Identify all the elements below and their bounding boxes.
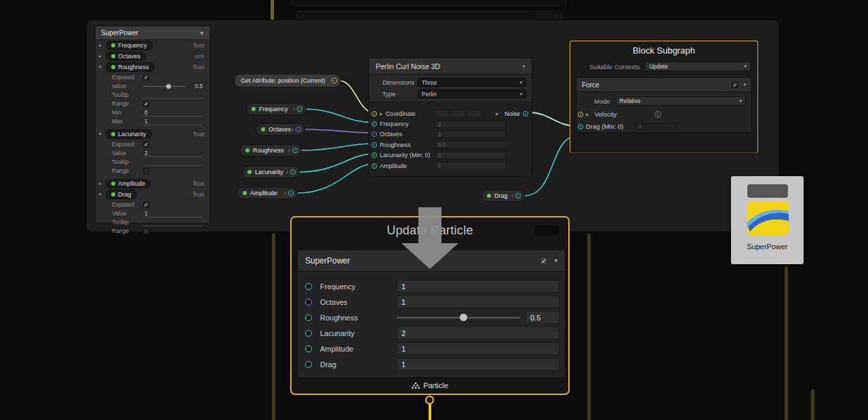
get-attribute-node[interactable]: Get Attribute: position (Current) bbox=[234, 74, 341, 87]
add-property-button[interactable]: + bbox=[199, 28, 204, 38]
chevron-down-icon[interactable]: ▾ bbox=[555, 257, 557, 264]
property-pill[interactable]: Roughness bbox=[106, 62, 155, 72]
blackboard-property-roughness[interactable]: ▾ Roughness float bbox=[96, 62, 210, 72]
input-value-field[interactable]: 1 bbox=[435, 121, 506, 128]
max-field[interactable]: 1 bbox=[143, 118, 203, 125]
drag-value-field[interactable]: 1 bbox=[635, 123, 677, 130]
param-node-frequency[interactable]: Frequency ‹ bbox=[246, 103, 307, 115]
expander-icon[interactable]: ▶ bbox=[380, 111, 383, 116]
param-node-drag[interactable]: Drag ‹ bbox=[481, 190, 525, 202]
output-port[interactable] bbox=[297, 106, 302, 112]
velocity-input-port[interactable] bbox=[578, 112, 583, 117]
output-port[interactable] bbox=[288, 190, 294, 196]
blackboard-property-amplitude[interactable]: ▸ Amplitude float bbox=[96, 178, 210, 189]
input-port[interactable] bbox=[305, 299, 312, 306]
property-pill[interactable]: Amplitude bbox=[106, 179, 151, 188]
roughness-slider[interactable]: 0.5 bbox=[397, 311, 559, 324]
context-flow-port[interactable] bbox=[425, 396, 434, 404]
expander-icon[interactable]: ▾ bbox=[99, 131, 106, 137]
output-port[interactable] bbox=[332, 78, 337, 83]
output-port[interactable] bbox=[290, 169, 296, 175]
expander-icon[interactable]: ▾ bbox=[99, 192, 106, 197]
range-checkbox[interactable] bbox=[143, 168, 149, 174]
param-node-roughness[interactable]: Roughness ‹ bbox=[240, 144, 302, 156]
enabled-checkbox[interactable]: ✓ bbox=[540, 257, 548, 265]
mode-dropdown[interactable]: Relative▾ bbox=[616, 96, 746, 106]
collapse-icon[interactable]: ‹ bbox=[292, 126, 294, 133]
property-pill[interactable]: Frequency bbox=[106, 41, 153, 50]
collapse-icon[interactable]: ‹ bbox=[288, 147, 290, 154]
type-dropdown[interactable]: Perlin▾ bbox=[418, 89, 526, 98]
input-value-field[interactable]: 1 bbox=[435, 131, 506, 138]
coordinate-x-field[interactable] bbox=[435, 110, 449, 117]
param-node-amplitude[interactable]: Amplitude ‹ bbox=[237, 187, 298, 199]
min-field[interactable]: 0 bbox=[143, 109, 203, 117]
expander-icon[interactable]: ▸ bbox=[99, 43, 106, 48]
input-port[interactable] bbox=[305, 330, 312, 337]
output-port[interactable] bbox=[523, 111, 528, 117]
range-checkbox[interactable]: ✓ bbox=[143, 101, 149, 107]
collapse-icon[interactable]: ‹ bbox=[286, 169, 288, 175]
input-port[interactable] bbox=[372, 131, 377, 137]
output-port[interactable] bbox=[296, 127, 301, 132]
blackboard-property-frequency[interactable]: ▸ Frequency float bbox=[96, 40, 210, 51]
tooltip-field[interactable] bbox=[143, 159, 203, 166]
output-port[interactable] bbox=[292, 148, 298, 153]
superpower-asset-tile[interactable]: SuperPower bbox=[731, 176, 804, 264]
tooltip-field[interactable] bbox=[143, 91, 203, 99]
blackboard-property-lacunarity[interactable]: ▾ Lacunarity float bbox=[96, 129, 210, 140]
roughness-field[interactable]: 0.5 bbox=[526, 311, 559, 324]
property-pill[interactable]: Drag bbox=[106, 190, 137, 199]
chevron-down-icon[interactable]: ▾ bbox=[743, 82, 746, 87]
frequency-field[interactable]: 1 bbox=[397, 280, 559, 293]
blackboard-property-drag[interactable]: ▾ Drag float bbox=[96, 189, 210, 200]
expander-icon[interactable]: ▾ bbox=[99, 64, 106, 70]
tooltip-field[interactable] bbox=[143, 219, 203, 226]
exposed-checkbox[interactable]: ✓ bbox=[143, 142, 149, 148]
coordinate-z-field[interactable] bbox=[467, 110, 481, 117]
input-value-field[interactable]: 2 bbox=[435, 152, 506, 159]
input-port[interactable] bbox=[305, 283, 312, 290]
octaves-field[interactable]: 1 bbox=[397, 295, 559, 308]
amplitude-field[interactable]: 1 bbox=[397, 342, 559, 355]
lacunarity-field[interactable]: 2 bbox=[397, 327, 559, 339]
slider-knob[interactable] bbox=[460, 314, 467, 321]
input-port[interactable] bbox=[372, 152, 377, 158]
input-port[interactable] bbox=[372, 163, 377, 169]
collapse-icon[interactable]: ‹ bbox=[284, 190, 286, 196]
param-node-octaves[interactable]: Octaves ‹ bbox=[256, 123, 305, 135]
context-capacity-badge[interactable] bbox=[534, 226, 559, 236]
expander-icon[interactable]: ▶ bbox=[586, 112, 589, 117]
input-port[interactable] bbox=[305, 314, 312, 321]
input-value-field[interactable]: 1 bbox=[435, 162, 506, 169]
input-port[interactable] bbox=[305, 361, 312, 368]
coordinate-y-field[interactable] bbox=[451, 110, 465, 117]
value-slider[interactable] bbox=[143, 86, 185, 87]
collapse-icon[interactable]: ‹ bbox=[293, 106, 295, 112]
dimensions-dropdown[interactable]: Three▾ bbox=[418, 78, 526, 87]
input-value-field[interactable]: 0.5 bbox=[435, 141, 506, 148]
input-port[interactable] bbox=[372, 121, 377, 127]
slider-knob[interactable] bbox=[166, 84, 171, 89]
input-port[interactable] bbox=[305, 345, 312, 352]
perlin-curl-noise-node[interactable]: Perlin Curl Noise 3D ▾ Dimensions Three▾… bbox=[368, 58, 532, 177]
drag-field[interactable]: 1 bbox=[397, 358, 559, 371]
suitable-contexts-dropdown[interactable]: Update▾ bbox=[645, 62, 751, 71]
drag-input-port[interactable] bbox=[578, 124, 583, 129]
exposed-checkbox[interactable]: ✓ bbox=[143, 75, 149, 81]
range-checkbox[interactable] bbox=[143, 228, 149, 234]
output-port[interactable] bbox=[515, 193, 521, 198]
property-pill[interactable]: Lacunarity bbox=[106, 129, 152, 139]
chevron-down-icon[interactable]: ▾ bbox=[522, 64, 525, 69]
property-pill[interactable]: Octaves bbox=[106, 51, 146, 61]
space-badge[interactable]: L bbox=[654, 111, 661, 118]
expander-icon[interactable]: ▶ bbox=[496, 111, 499, 116]
param-node-lacunarity[interactable]: Lacunarity ‹ bbox=[242, 166, 300, 178]
blackboard-property-octaves[interactable]: ▸ Octaves uint bbox=[96, 51, 210, 62]
input-port[interactable] bbox=[372, 111, 377, 117]
exposed-checkbox[interactable]: ✓ bbox=[143, 202, 149, 208]
node-header[interactable]: Perlin Curl Noise 3D ▾ bbox=[369, 58, 532, 75]
value-field[interactable]: 1 bbox=[143, 210, 203, 217]
collapse-icon[interactable]: ‹ bbox=[511, 192, 513, 199]
expander-icon[interactable]: ▸ bbox=[99, 181, 106, 186]
